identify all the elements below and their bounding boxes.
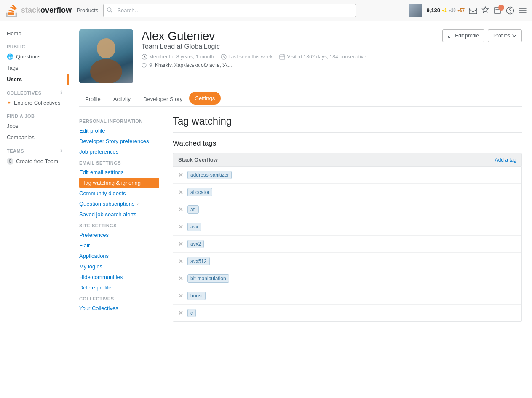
profile-avatar xyxy=(79,29,133,83)
github-icon xyxy=(142,63,147,68)
settings-link-job-preferences[interactable]: Job preferences xyxy=(79,146,159,157)
tag-row: ✕ c xyxy=(173,305,521,321)
avatar[interactable] xyxy=(409,4,422,17)
teams-info-icon[interactable]: ℹ xyxy=(60,148,62,154)
tab-activity[interactable]: Activity xyxy=(107,92,136,106)
sidebar-section-find-job: FIND A JOB xyxy=(0,109,69,120)
tag-badge[interactable]: atl xyxy=(187,205,199,214)
tag-badge[interactable]: bit-manipulation xyxy=(187,274,229,283)
svg-point-10 xyxy=(142,63,146,67)
svg-point-4 xyxy=(510,12,511,13)
tag-remove-button[interactable]: ✕ xyxy=(178,189,183,196)
clock-icon xyxy=(221,54,227,60)
collectives-info-icon[interactable]: ℹ xyxy=(60,90,62,96)
location-icon xyxy=(148,63,153,68)
tab-settings[interactable]: Settings xyxy=(189,92,221,105)
tag-remove-button[interactable]: ✕ xyxy=(178,258,183,265)
profile-title: Team Lead at GlobalLogic xyxy=(142,43,434,50)
gold-badge: ●1 xyxy=(442,8,447,13)
profiles-dropdown-button[interactable]: Profiles xyxy=(488,29,522,42)
chevron-down-icon xyxy=(512,34,516,37)
settings-link-edit-email[interactable]: Edit email settings xyxy=(79,167,159,178)
tag-remove-button[interactable]: ✕ xyxy=(178,310,183,316)
sidebar-item-companies[interactable]: Companies xyxy=(0,132,69,143)
sidebar-item-questions[interactable]: 🌐 Questions xyxy=(0,51,69,62)
sidebar-item-create-team[interactable]: 0 Create free Team xyxy=(0,155,69,167)
settings-link-question-subscriptions[interactable]: Question subscriptions ↗ xyxy=(79,199,159,209)
profile-tabs: Profile Activity Developer Story Setting… xyxy=(79,92,522,107)
settings-link-tag-watching[interactable]: Tag watching & ignoring xyxy=(79,178,159,188)
sidebar-item-tags[interactable]: Tags xyxy=(0,62,69,74)
settings-link-preferences[interactable]: Preferences xyxy=(79,230,159,240)
tag-remove-button[interactable]: ✕ xyxy=(178,206,183,213)
tag-badge[interactable]: avx2 xyxy=(187,240,204,248)
svg-point-0 xyxy=(107,8,111,11)
profile-actions: Edit profile Profiles xyxy=(442,29,522,42)
stackoverflow-logo-icon xyxy=(5,4,19,17)
profile-location-area: Kharkiv, Харківська область, Ук... xyxy=(142,62,434,68)
hamburger-icon[interactable] xyxy=(519,6,527,15)
settings-link-applications[interactable]: Applications xyxy=(79,251,159,261)
tag-row: ✕ address-sanitizer xyxy=(173,167,521,184)
svg-rect-1 xyxy=(469,8,477,14)
sidebar-item-jobs[interactable]: Jobs xyxy=(0,120,69,132)
products-menu[interactable]: Products xyxy=(77,7,98,13)
sidebar-item-explore-collectives[interactable]: ✦ Explore Collectives xyxy=(0,97,69,109)
tab-profile[interactable]: Profile xyxy=(79,92,107,106)
settings-layout: PERSONAL INFORMATION Edit profile Develo… xyxy=(79,115,522,322)
tag-badge[interactable]: avx512 xyxy=(187,257,210,265)
site-settings-section-label: SITE SETTINGS xyxy=(79,220,159,230)
pencil-icon xyxy=(448,33,453,38)
settings-link-developer-story-prefs[interactable]: Developer Story preferences xyxy=(79,136,159,146)
settings-link-community-digests[interactable]: Community digests xyxy=(79,188,159,199)
sidebar-item-users[interactable]: Users xyxy=(0,74,69,85)
collectives-icon: ✦ xyxy=(7,100,11,106)
site-name: Stack Overflow xyxy=(178,157,218,163)
tag-remove-button[interactable]: ✕ xyxy=(178,223,183,230)
svg-point-6 xyxy=(90,59,122,83)
tag-badge[interactable]: c xyxy=(187,309,196,317)
search-icon xyxy=(107,7,112,14)
tag-remove-button[interactable]: ✕ xyxy=(178,292,183,299)
inbox-icon[interactable] xyxy=(469,7,477,14)
settings-link-my-logins[interactable]: My logins xyxy=(79,261,159,272)
add-tag-link[interactable]: Add a tag xyxy=(495,157,516,163)
svg-rect-9 xyxy=(280,55,285,59)
tab-developer-story[interactable]: Developer Story xyxy=(137,92,188,106)
external-link-icon: ↗ xyxy=(136,202,140,206)
search-input[interactable] xyxy=(103,4,356,17)
settings-link-hide-communities[interactable]: Hide communities xyxy=(79,272,159,282)
settings-link-flair[interactable]: Flair xyxy=(79,240,159,251)
calendar-icon xyxy=(279,54,285,60)
visited: Visited 1362 days, 184 consecutive xyxy=(279,54,366,60)
member-since: Member for 8 years, 1 month xyxy=(142,54,214,60)
collectives-section-label: COLLECTIVES xyxy=(79,293,159,303)
tag-badge[interactable]: boost xyxy=(187,292,206,300)
tag-remove-button[interactable]: ✕ xyxy=(178,275,183,282)
review-queues-icon[interactable] xyxy=(493,6,502,15)
bronze-badge: ●57 xyxy=(457,8,465,13)
profile-info: Alex Guteniev Team Lead at GlobalLogic M… xyxy=(142,29,434,68)
settings-link-your-collectives[interactable]: Your Collectives xyxy=(79,303,159,313)
help-icon[interactable] xyxy=(506,6,514,15)
tag-remove-button[interactable]: ✕ xyxy=(178,241,183,247)
tag-badge[interactable]: address-sanitizer xyxy=(187,171,232,179)
left-sidebar: Home PUBLIC 🌐 Questions Tags Users COLLE… xyxy=(0,21,69,398)
avatar-image xyxy=(79,29,133,83)
sidebar-section-collectives: COLLECTIVES ℹ xyxy=(0,85,69,97)
achievements-icon[interactable] xyxy=(481,6,489,15)
settings-main: Tag watching Watched tags Stack Overflow… xyxy=(173,115,522,322)
tag-badge[interactable]: allocator xyxy=(187,188,212,196)
settings-link-delete-profile[interactable]: Delete profile xyxy=(79,282,159,293)
tag-row: ✕ avx512 xyxy=(173,253,521,270)
tag-remove-button[interactable]: ✕ xyxy=(178,172,183,178)
sidebar-item-home[interactable]: Home xyxy=(0,28,69,39)
settings-link-edit-profile[interactable]: Edit profile xyxy=(79,125,159,136)
site-name-text: stackoverflow xyxy=(21,6,72,15)
svg-point-5 xyxy=(97,38,115,58)
edit-profile-button[interactable]: Edit profile xyxy=(442,29,484,42)
tag-badge[interactable]: avx xyxy=(187,223,201,231)
site-logo[interactable]: stackoverflow xyxy=(5,4,72,17)
settings-link-saved-job-search[interactable]: Saved job search alerts xyxy=(79,209,159,220)
main-content: Alex Guteniev Team Lead at GlobalLogic M… xyxy=(69,21,532,398)
